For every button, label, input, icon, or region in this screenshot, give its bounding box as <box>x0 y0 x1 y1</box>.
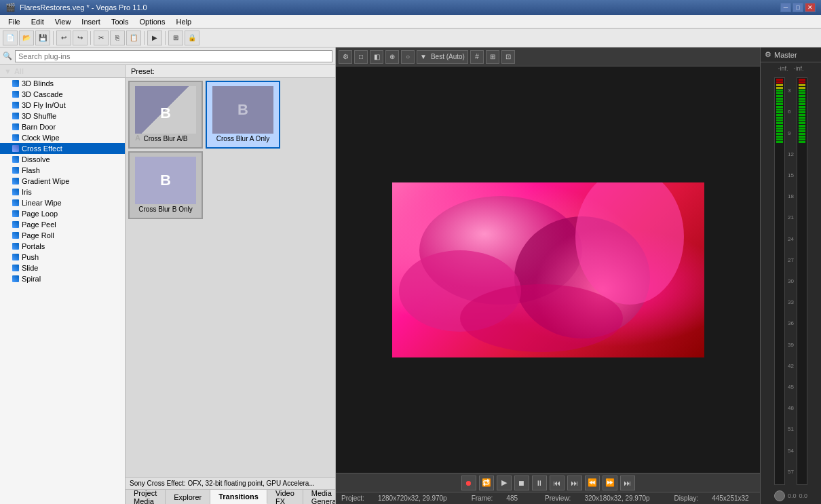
lock-button[interactable]: 🔒 <box>185 31 199 45</box>
svg-point-4 <box>460 284 623 352</box>
close-button[interactable]: ✕ <box>805 3 816 12</box>
tree-item-pagepeel[interactable]: Page Peel <box>0 219 125 230</box>
preview-split-btn[interactable]: ◧ <box>370 50 383 64</box>
bottom-tabs: Project Media Explorer Transitions Video… <box>126 489 335 504</box>
vu-bar <box>776 138 783 140</box>
vu-scale-30: 30 <box>788 278 794 284</box>
tree-item-label: 3D Cascade <box>22 90 63 98</box>
tree-item-crosseffect[interactable]: Cross Effect <box>0 143 125 154</box>
copy-button[interactable]: ⎘ <box>110 31 125 45</box>
pause-button[interactable]: ⏸ <box>532 476 547 490</box>
menu-view[interactable]: View <box>50 16 77 27</box>
redo-button[interactable]: ↪ <box>73 31 88 45</box>
cut-button[interactable]: ✂ <box>94 31 109 45</box>
tree-item-3dshuffle[interactable]: 3D Shuffle <box>0 111 125 121</box>
vu-scale-45: 45 <box>788 384 794 390</box>
menu-options[interactable]: Options <box>134 16 171 27</box>
tree-item-3dcascade[interactable]: 3D Cascade <box>0 89 125 100</box>
stop-button[interactable]: ⏹ <box>514 476 529 490</box>
vu-scale-12: 12 <box>788 151 794 157</box>
tree-item-icon <box>12 145 19 152</box>
master-panel: ⚙ Master -inf. -inf. <box>760 47 821 504</box>
maximize-button[interactable]: □ <box>793 3 803 12</box>
tree-item-3dflyin[interactable]: 3D Fly In/Out <box>0 100 125 111</box>
menu-insert[interactable]: Insert <box>76 16 106 27</box>
undo-button[interactable]: ↩ <box>56 31 71 45</box>
vu-scale-33: 33 <box>788 299 794 305</box>
preview-overlay-btn[interactable]: ⊕ <box>385 50 399 64</box>
preview-extra1[interactable]: ⊞ <box>486 50 499 64</box>
tree-item-3dblinds[interactable]: 3D Blinds <box>0 78 125 89</box>
tab-media-generators[interactable]: Media Generators <box>303 490 335 504</box>
preset-cross-blur-ab[interactable]: A B Cross Blur A/B <box>128 81 203 149</box>
search-icon: 🔍 <box>3 52 12 60</box>
master-settings-icon[interactable]: ⚙ <box>765 50 771 59</box>
preview-quality-dropdown[interactable]: ▼ Best (Auto) <box>417 50 468 64</box>
render-button[interactable]: ▶ <box>147 31 162 45</box>
tree-item-iris[interactable]: Iris <box>0 187 125 197</box>
preset-cross-blur-a-only[interactable]: B Cross Blur A Only <box>206 81 280 149</box>
prev-frame-button[interactable]: ⏮ <box>550 476 565 490</box>
menu-edit[interactable]: Edit <box>26 16 50 27</box>
tree-item-flash[interactable]: Flash <box>0 165 125 176</box>
preview-extra2[interactable]: ⊡ <box>501 50 515 64</box>
tab-project-media[interactable]: Project Media <box>126 490 166 504</box>
tree-item-clockwipe[interactable]: Clock Wipe <box>0 132 125 143</box>
paste-button[interactable]: 📋 <box>126 31 141 45</box>
menu-bar: File Edit View Insert Tools Options Help <box>0 15 821 28</box>
tab-explorer[interactable]: Explorer <box>166 490 210 504</box>
new-button[interactable]: 📄 <box>3 31 18 45</box>
vu-bar <box>799 128 805 130</box>
master-level-value2: 0.0 <box>799 492 808 499</box>
tree-item-slide[interactable]: Slide <box>0 263 125 273</box>
vu-scale-18: 18 <box>788 193 794 199</box>
preview-panel: ⚙ □ ◧ ⊕ ○ ▼ Best (Auto) # ⊞ ⊡ <box>336 47 760 504</box>
next-frame-button[interactable]: ⏭ <box>567 476 582 490</box>
project-info-value: 1280x720x32, 29.970p <box>378 495 447 502</box>
tree-item-pageroll[interactable]: Page Roll <box>0 230 125 241</box>
vu-bar <box>799 106 805 108</box>
vu-scale-27: 27 <box>788 257 794 263</box>
search-input[interactable] <box>15 50 332 62</box>
preview-zoom-btn[interactable]: □ <box>354 50 368 64</box>
prev-mark-button[interactable]: ⏪ <box>585 476 600 490</box>
menu-tools[interactable]: Tools <box>106 16 134 27</box>
minimize-button[interactable]: ─ <box>780 3 791 12</box>
preview-controls: ⏺ 🔁 ▶ ⏹ ⏸ ⏮ ⏭ ⏪ ⏩ ⏭ <box>336 473 760 492</box>
tree-item-dissolve[interactable]: Dissolve <box>0 154 125 165</box>
tree-item-pageloop[interactable]: Page Loop <box>0 208 125 219</box>
preset-label-header: Preset: <box>126 65 335 78</box>
end-button[interactable]: ⏭ <box>620 476 635 490</box>
tree-item-portals[interactable]: Portals <box>0 241 125 252</box>
tree-item-linearwipe[interactable]: Linear Wipe <box>0 197 125 208</box>
record-button[interactable]: ⏺ <box>461 476 476 490</box>
presets-grid: A B Cross Blur A/B B Cross Blur A Only <box>126 78 335 477</box>
preview-grid-btn[interactable]: # <box>470 50 484 64</box>
vu-bar <box>799 95 805 97</box>
play-button[interactable]: ▶ <box>497 476 512 490</box>
tree-item-label: Clock Wipe <box>22 134 60 142</box>
tab-video-fx[interactable]: Video FX <box>267 490 303 504</box>
preset-cross-blur-b-only[interactable]: B Cross Blur B Only <box>128 151 203 219</box>
menu-help[interactable]: Help <box>170 16 197 27</box>
vu-bar <box>799 141 805 143</box>
flower-preview <box>392 182 704 357</box>
vu-bar <box>776 106 783 108</box>
tree-item-gradwipe[interactable]: Gradient Wipe <box>0 176 125 187</box>
open-button[interactable]: 📂 <box>19 31 34 45</box>
tree-item-barndoor[interactable]: Barn Door <box>0 121 125 132</box>
vu-scale-9: 9 <box>788 130 794 136</box>
vu-bar <box>799 100 805 102</box>
tree-item-spiral[interactable]: Spiral <box>0 273 125 284</box>
preview-circle-btn[interactable]: ○ <box>401 50 415 64</box>
next-mark-button[interactable]: ⏩ <box>603 476 617 490</box>
display-label: Display: <box>674 495 699 502</box>
tree-item-push[interactable]: Push <box>0 252 125 263</box>
loop-button[interactable]: 🔁 <box>479 476 494 490</box>
menu-file[interactable]: File <box>3 16 26 27</box>
snap-button[interactable]: ⊞ <box>168 31 183 45</box>
save-button[interactable]: 💾 <box>35 31 50 45</box>
tab-transitions[interactable]: Transitions <box>210 490 267 504</box>
tree-item-icon <box>12 189 19 195</box>
preview-settings-btn[interactable]: ⚙ <box>339 50 352 64</box>
